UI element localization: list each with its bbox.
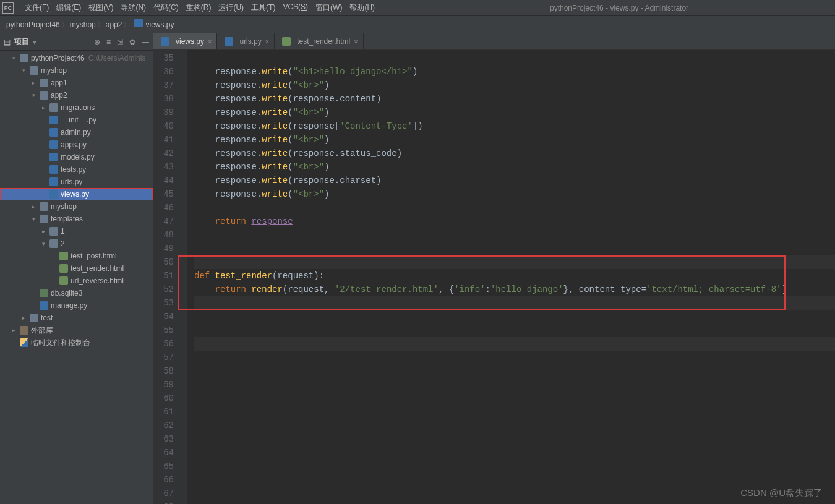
tree-node[interactable]: test_render.html [0, 262, 153, 275]
tree-node[interactable]: apps.py [0, 139, 153, 151]
code-editor[interactable]: 3536373839404142434445464748495051525354… [153, 50, 835, 504]
menu-item[interactable]: 文件(F) [21, 1, 53, 14]
breadcrumb-item[interactable]: pythonProject46 [5, 20, 61, 29]
tree-node[interactable]: 1 [0, 225, 153, 237]
arrow-closed-icon[interactable] [10, 327, 17, 333]
code-line[interactable] [194, 351, 835, 364]
menu-item[interactable]: 视图(V) [85, 1, 117, 14]
code-line[interactable]: return response [194, 215, 835, 228]
code-line[interactable] [194, 500, 835, 504]
menu-item[interactable]: 导航(N) [117, 1, 150, 14]
tree-node[interactable]: urls.py [0, 176, 153, 188]
tree-node[interactable]: pythonProject46C:\Users\Adminis [0, 52, 153, 64]
code-line[interactable]: response.write(response.charset) [194, 174, 835, 187]
tree-node[interactable]: tests.py [0, 163, 153, 176]
code-line[interactable]: response.write("<h1>hello django</h1>") [194, 65, 835, 79]
code-line[interactable]: response.write(response.content) [194, 92, 835, 106]
code-line[interactable]: response.write(response.status_code) [194, 147, 835, 160]
tree-node[interactable]: templates [0, 213, 153, 225]
breadcrumb-item[interactable]: app2 [105, 20, 124, 29]
code-line[interactable] [194, 242, 835, 255]
tree-node[interactable]: admin.py [0, 126, 153, 139]
code-line[interactable] [194, 255, 835, 269]
arrow-open-icon[interactable] [30, 216, 37, 222]
code-line[interactable] [194, 419, 835, 432]
code-line[interactable]: response.write("<br>") [194, 133, 835, 147]
tree-node[interactable]: test [0, 312, 153, 324]
code-content[interactable]: response.write("<h1>hello django</h1>") … [188, 50, 835, 504]
code-line[interactable]: return render(request, '2/test_render.ht… [194, 283, 835, 296]
menu-item[interactable]: 代码(C) [150, 1, 182, 14]
expand-icon[interactable]: ≡ [106, 38, 111, 46]
tree-node[interactable]: app1 [0, 77, 153, 89]
code-line[interactable] [194, 446, 835, 459]
hide-icon[interactable]: — [142, 38, 149, 46]
code-line[interactable] [194, 310, 835, 323]
collapse-icon[interactable]: ⇲ [117, 38, 123, 46]
code-line[interactable] [194, 391, 835, 405]
code-line[interactable] [194, 323, 835, 337]
code-line[interactable] [194, 51, 835, 65]
arrow-closed-icon[interactable] [30, 80, 37, 86]
code-line[interactable] [194, 201, 835, 215]
tree-node[interactable]: manage.py [0, 299, 153, 312]
editor-tab[interactable]: test_render.html× [275, 33, 363, 49]
arrow-closed-icon[interactable] [30, 203, 37, 210]
tree-node[interactable]: views.py [0, 188, 153, 200]
tree-node[interactable]: url_reverse.html [0, 275, 153, 287]
arrow-closed-icon[interactable] [40, 105, 47, 111]
arrow-open-icon[interactable] [40, 241, 47, 247]
code-line[interactable] [194, 459, 835, 473]
code-line[interactable] [194, 228, 835, 242]
tree-node[interactable]: myshop [0, 64, 153, 77]
code-line[interactable] [194, 378, 835, 391]
menu-item[interactable]: 工具(T) [247, 1, 279, 14]
code-line[interactable]: response.write("<br>") [194, 160, 835, 174]
tree-node[interactable]: migrations [0, 101, 153, 114]
editor-tab[interactable]: urls.py× [217, 33, 275, 49]
settings-icon[interactable]: ✿ [129, 38, 135, 46]
code-line[interactable] [194, 405, 835, 419]
tree-node[interactable]: db.sqlite3 [0, 287, 153, 299]
tree-node[interactable]: __init__.py [0, 114, 153, 126]
arrow-closed-icon[interactable] [20, 315, 27, 321]
dropdown-icon[interactable]: ▾ [33, 38, 36, 46]
tree-node[interactable]: 临时文件和控制台 [0, 336, 153, 349]
fold-column[interactable] [178, 50, 188, 504]
menu-item[interactable]: 窗口(W) [312, 1, 346, 14]
code-line[interactable] [194, 337, 835, 351]
code-line[interactable] [194, 432, 835, 446]
project-tree[interactable]: pythonProject46C:\Users\Adminismyshopapp… [0, 51, 153, 504]
tree-node[interactable]: 外部库 [0, 324, 153, 336]
code-line[interactable]: response.write("<br>") [194, 187, 835, 201]
menu-item[interactable]: 运行(U) [215, 1, 247, 14]
close-icon[interactable]: × [265, 38, 269, 45]
tree-node[interactable]: app2 [0, 89, 153, 101]
code-line[interactable]: response.write(response['Content-Type']) [194, 119, 835, 133]
arrow-open-icon[interactable] [10, 55, 17, 61]
editor-tab[interactable]: views.py× [153, 33, 217, 49]
arrow-open-icon[interactable] [30, 92, 37, 98]
tree-node[interactable]: models.py [0, 151, 153, 163]
tree-node[interactable]: 2 [0, 237, 153, 250]
code-line[interactable]: response.write("<br>") [194, 106, 835, 119]
close-icon[interactable]: × [208, 38, 212, 45]
close-icon[interactable]: × [354, 38, 358, 45]
code-line[interactable] [194, 473, 835, 487]
breadcrumb-item[interactable]: views.py [131, 20, 175, 29]
code-line[interactable]: response.write("<br>") [194, 79, 835, 92]
arrow-open-icon[interactable] [20, 67, 27, 74]
breadcrumb-item[interactable]: myshop [69, 20, 97, 29]
code-line[interactable] [194, 487, 835, 500]
menu-item[interactable]: 重构(R) [182, 1, 215, 14]
menu-item[interactable]: 帮助(H) [346, 1, 379, 14]
code-line[interactable]: def test_render(request): [194, 269, 835, 283]
locate-icon[interactable]: ⊕ [94, 38, 100, 46]
menu-item[interactable]: 编辑(E) [53, 1, 85, 14]
arrow-closed-icon[interactable] [40, 228, 47, 234]
code-line[interactable] [194, 364, 835, 378]
tree-node[interactable]: test_post.html [0, 250, 153, 262]
code-line[interactable] [194, 296, 835, 310]
menu-item[interactable]: VCS(S) [279, 1, 312, 14]
tree-node[interactable]: myshop [0, 200, 153, 213]
